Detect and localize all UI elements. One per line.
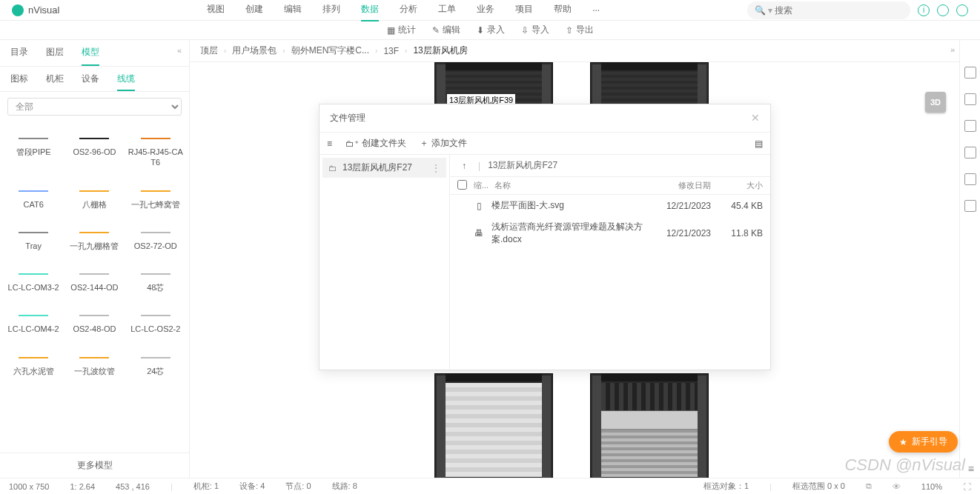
- menu-more[interactable]: ...: [592, 0, 600, 21]
- cable-swatch: [79, 190, 109, 192]
- palette-label: LC-LC-OS2-2: [128, 324, 183, 334]
- menu-edit[interactable]: 编辑: [284, 0, 302, 21]
- crumb-2[interactable]: 朝外MEN写字楼C...: [291, 44, 369, 57]
- rail-icon-2[interactable]: [964, 93, 976, 105]
- rail-icon-6[interactable]: [964, 200, 976, 212]
- palette-item[interactable]: 管段PIPE: [3, 126, 64, 178]
- palette-item[interactable]: CAT6: [3, 178, 64, 220]
- cable-swatch: [19, 357, 48, 358]
- palette-item[interactable]: RJ45-RJ45-CAT6: [125, 126, 186, 178]
- menu-analysis[interactable]: 分析: [400, 0, 417, 21]
- menu-workorder[interactable]: 工单: [438, 0, 456, 21]
- tab-model[interactable]: 模型: [82, 46, 99, 66]
- menu-data[interactable]: 数据: [361, 0, 379, 21]
- cable-swatch: [141, 273, 170, 275]
- palette-item[interactable]: OS2-96-OD: [64, 126, 125, 178]
- palette-item[interactable]: 一孔波纹管: [64, 345, 125, 387]
- help-guide-button[interactable]: ★ 新手引导: [889, 431, 958, 453]
- view-toggle-icon[interactable]: ▤: [755, 138, 763, 149]
- subtab-devices[interactable]: 设备: [82, 73, 99, 91]
- crumb-3[interactable]: 13F: [383, 46, 399, 56]
- status-coord: 453 , 416: [116, 482, 150, 491]
- palette-item[interactable]: 24芯: [125, 345, 186, 387]
- rail-icon-5[interactable]: [964, 173, 976, 185]
- palette-item[interactable]: OS2-48-OD: [64, 303, 125, 344]
- rack-bottom-left[interactable]: [434, 373, 553, 481]
- add-file-button[interactable]: ＋添加文件: [420, 137, 467, 150]
- palette-item[interactable]: LC-LC-OM3-2: [3, 261, 64, 303]
- cable-swatch: [19, 190, 48, 192]
- tab-directory[interactable]: 目录: [10, 46, 28, 66]
- filter-select[interactable]: 全部: [7, 98, 182, 116]
- user-icon[interactable]: [956, 4, 968, 16]
- menu-create[interactable]: 创建: [245, 0, 263, 21]
- menu-view[interactable]: 视图: [207, 0, 225, 21]
- palette-item[interactable]: LC-LC-OS2-2: [125, 303, 186, 344]
- col-size[interactable]: 大小: [711, 180, 763, 191]
- filter-wrap: 全部: [7, 98, 182, 116]
- menu-icon[interactable]: ≡: [327, 138, 332, 149]
- palette-item[interactable]: 六孔水泥管: [3, 345, 64, 387]
- collapse-left-icon[interactable]: «: [177, 46, 182, 61]
- col-date[interactable]: 修改日期: [644, 180, 711, 191]
- subtab-cabinets[interactable]: 机柜: [46, 73, 64, 91]
- menu-help[interactable]: 帮助: [554, 0, 572, 21]
- palette-label: OS2-96-OD: [67, 147, 122, 157]
- palette-item[interactable]: 48芯: [125, 261, 186, 303]
- status-zoom[interactable]: 110%: [921, 482, 942, 491]
- crumb-1[interactable]: 用户场景包: [232, 44, 277, 57]
- sub-record[interactable]: ⬇录入: [477, 24, 505, 36]
- palette-label: 一孔七蜂窝管: [128, 199, 183, 210]
- new-folder-button[interactable]: 🗀⁺创建文件夹: [345, 137, 406, 150]
- palette-item[interactable]: 八棚格: [64, 178, 125, 220]
- status-scale: 1: 2.64: [70, 482, 95, 491]
- rail-icon-3[interactable]: [964, 120, 976, 132]
- palette-item[interactable]: 一孔九棚格管: [64, 220, 125, 261]
- subtab-cables[interactable]: 线缆: [117, 73, 135, 91]
- globe-icon[interactable]: [937, 4, 949, 16]
- file-name: 浅析运营商光纤资源管理难题及解决方案.docx: [491, 221, 644, 246]
- palette-item[interactable]: LC-LC-OM4-2: [3, 303, 64, 344]
- col-name[interactable]: 名称: [494, 180, 644, 191]
- file-row[interactable]: 🖶 浅析运营商光纤资源管理难题及解决方案.docx 12/21/2023 11.…: [450, 216, 770, 250]
- fullscreen-icon[interactable]: ⛶: [963, 482, 971, 491]
- dialog-header: 文件管理 ✕: [320, 104, 770, 132]
- select-all-checkbox[interactable]: [457, 180, 467, 190]
- sub-edit[interactable]: ✎编辑: [432, 24, 460, 36]
- left-subtabs: 图标 机柜 设备 线缆: [0, 67, 189, 92]
- info-icon[interactable]: i: [918, 4, 930, 16]
- subtab-icons[interactable]: 图标: [10, 73, 28, 91]
- rail-icon-4[interactable]: [964, 147, 976, 158]
- cable-swatch: [19, 232, 48, 233]
- more-options-icon[interactable]: ⋮: [431, 163, 440, 173]
- search-input[interactable]: [772, 3, 903, 18]
- sub-export[interactable]: ⇧导出: [566, 24, 594, 36]
- palette-label: OS2-48-OD: [67, 324, 122, 334]
- expand-right-icon[interactable]: »: [950, 45, 955, 54]
- crumb-top[interactable]: 顶层: [200, 44, 218, 57]
- rail-icon-1[interactable]: [964, 67, 976, 79]
- menu-arrange[interactable]: 排列: [322, 0, 340, 21]
- palette-item[interactable]: Tray: [3, 220, 64, 261]
- close-icon[interactable]: ✕: [751, 112, 760, 124]
- menu-toggle-icon[interactable]: ≡: [968, 463, 974, 475]
- tree-folder[interactable]: 🗀 13层新风机房F27 ⋮: [322, 158, 446, 178]
- palette-item[interactable]: 一孔七蜂窝管: [125, 178, 186, 220]
- layer-icon[interactable]: ⧉: [866, 481, 872, 491]
- more-models-button[interactable]: 更多模型: [0, 453, 189, 478]
- tab-layers[interactable]: 图层: [46, 46, 64, 66]
- palette-label: 八棚格: [67, 199, 122, 210]
- sub-import[interactable]: ⇩导入: [521, 24, 549, 36]
- search-wrap[interactable]: 🔍 ▾: [747, 1, 910, 19]
- menu-business[interactable]: 业务: [477, 0, 494, 21]
- toggle-3d-button[interactable]: 3D: [925, 92, 946, 113]
- palette-item[interactable]: OS2-144-OD: [64, 261, 125, 303]
- palette-item[interactable]: OS2-72-OD: [125, 220, 186, 261]
- eye-icon[interactable]: 👁: [893, 482, 901, 491]
- up-folder-icon[interactable]: ↑: [457, 161, 471, 171]
- file-row[interactable]: ▯ 楼层平面图-大.svg 12/21/2023 45.4 KB: [450, 195, 770, 216]
- rack-bottom-right[interactable]: [590, 373, 709, 481]
- cable-swatch: [79, 315, 109, 316]
- sub-stats[interactable]: ▦统计: [387, 24, 416, 36]
- menu-project[interactable]: 项目: [515, 0, 533, 21]
